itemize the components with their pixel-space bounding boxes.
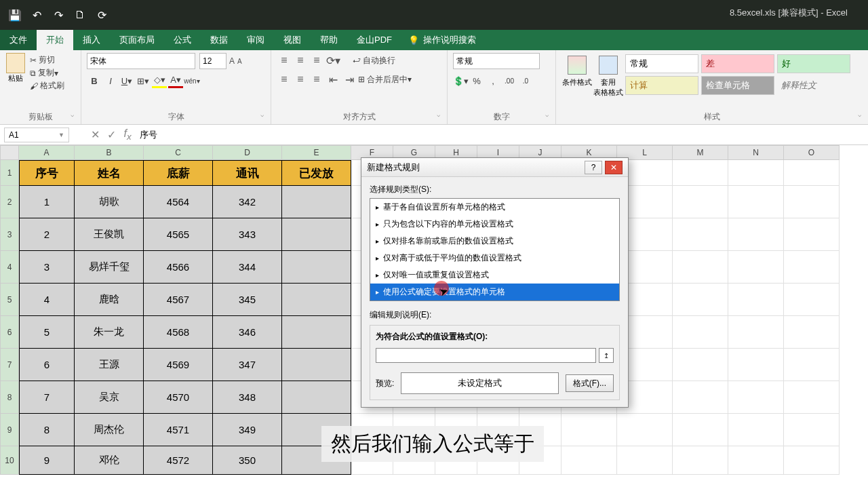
cell[interactable] — [728, 316, 784, 349]
tab-home[interactable]: 开始 — [37, 30, 73, 50]
rule-type-item[interactable]: 仅对高于或低于平均值的数值设置格式 — [370, 250, 619, 267]
cell[interactable]: 已发放 — [282, 160, 351, 186]
qat-refresh[interactable]: ⟳ — [92, 5, 111, 24]
rule-type-item[interactable]: 使用公式确定要设置格式的单元格 — [370, 284, 619, 300]
cell[interactable]: 2 — [19, 218, 75, 251]
cell[interactable]: 4571 — [144, 414, 213, 446]
range-selector-button[interactable]: ↥ — [599, 348, 614, 363]
cell[interactable] — [673, 381, 728, 414]
row-header[interactable]: 9 — [0, 414, 19, 446]
increase-font-icon[interactable]: A — [229, 56, 235, 66]
cell[interactable]: 6 — [19, 349, 75, 381]
align-right-icon[interactable]: ≡ — [309, 72, 324, 87]
cell[interactable] — [728, 218, 784, 251]
cell[interactable]: 鹿晗 — [75, 284, 144, 316]
merge-button[interactable]: ⊞ 合并后居中 ▾ — [358, 74, 412, 85]
cell[interactable] — [673, 251, 728, 284]
cell[interactable]: 4572 — [144, 446, 213, 475]
cell[interactable] — [784, 160, 840, 186]
row-header[interactable]: 4 — [0, 251, 19, 284]
cell[interactable]: 序号 — [19, 160, 75, 186]
cell[interactable]: 7 — [19, 381, 75, 414]
tab-insert[interactable]: 插入 — [73, 30, 110, 50]
cell[interactable]: 周杰伦 — [75, 414, 144, 446]
column-header[interactable]: A — [19, 145, 75, 160]
wrap-text-button[interactable]: ⮐ 自动换行 — [353, 55, 395, 66]
cell[interactable] — [784, 316, 840, 349]
cell[interactable] — [282, 218, 351, 251]
dialog-titlebar[interactable]: 新建格式规则 ? ✕ — [361, 158, 628, 177]
cell[interactable]: 吴京 — [75, 381, 144, 414]
tab-data[interactable]: 数据 — [201, 30, 237, 50]
column-header[interactable]: M — [673, 145, 728, 160]
tab-help[interactable]: 帮助 — [311, 30, 347, 50]
cell[interactable]: 4570 — [144, 381, 213, 414]
conditional-format-button[interactable]: 条件格式 — [561, 53, 593, 98]
cell[interactable]: 王源 — [75, 349, 144, 381]
font-name-select[interactable] — [87, 53, 195, 69]
percent-icon[interactable]: % — [469, 73, 484, 88]
cell[interactable] — [282, 186, 351, 218]
cell[interactable] — [617, 414, 673, 446]
cell[interactable] — [673, 349, 728, 381]
cell[interactable] — [617, 446, 673, 475]
tell-me-search[interactable]: 💡 操作说明搜索 — [408, 30, 476, 50]
cell[interactable]: 4567 — [144, 284, 213, 316]
phonetic-button[interactable]: wén▾ — [184, 73, 199, 88]
row-header[interactable]: 5 — [0, 284, 19, 316]
cell[interactable]: 350 — [213, 446, 282, 475]
cell[interactable]: 347 — [213, 349, 282, 381]
align-bottom-icon[interactable]: ≡ — [309, 53, 324, 68]
align-center-icon[interactable]: ≡ — [293, 72, 308, 87]
fill-color-button[interactable]: ◇▾ — [152, 73, 167, 88]
bold-button[interactable]: B — [87, 73, 102, 88]
align-left-icon[interactable]: ≡ — [277, 72, 292, 87]
row-header[interactable]: 7 — [0, 349, 19, 381]
format-painter-button[interactable]: 🖌格式刷 — [30, 80, 64, 92]
cell[interactable]: 通讯 — [213, 160, 282, 186]
cell[interactable] — [784, 284, 840, 316]
row-header[interactable]: 1 — [0, 160, 19, 186]
italic-button[interactable]: I — [103, 73, 118, 88]
underline-button[interactable]: U▾ — [119, 73, 134, 88]
cell[interactable] — [673, 186, 728, 218]
cell[interactable] — [728, 186, 784, 218]
cell[interactable]: 346 — [213, 316, 282, 349]
cell[interactable]: 4565 — [144, 218, 213, 251]
cell[interactable] — [673, 160, 728, 186]
cell[interactable]: 344 — [213, 251, 282, 284]
cell[interactable] — [728, 160, 784, 186]
cell[interactable] — [673, 446, 728, 475]
column-header[interactable]: D — [213, 145, 282, 160]
font-color-button[interactable]: A▾ — [168, 73, 183, 88]
cell[interactable] — [673, 218, 728, 251]
cell[interactable]: 342 — [213, 186, 282, 218]
number-format-select[interactable] — [453, 53, 540, 69]
inc-decimal-icon[interactable]: .00 — [502, 73, 517, 88]
column-header[interactable]: N — [728, 145, 784, 160]
comma-icon[interactable]: , — [486, 73, 500, 88]
font-size-select[interactable] — [199, 53, 226, 69]
cell[interactable] — [282, 349, 351, 381]
cell[interactable]: 5 — [19, 316, 75, 349]
rule-type-item[interactable]: 只为包含以下内容的单元格设置格式 — [370, 216, 619, 233]
cell[interactable] — [728, 284, 784, 316]
cell[interactable]: 胡歌 — [75, 186, 144, 218]
column-header[interactable]: E — [282, 145, 351, 160]
indent-inc-icon[interactable]: ⇥ — [342, 72, 357, 87]
tab-view[interactable]: 视图 — [274, 30, 311, 50]
cell[interactable] — [784, 381, 840, 414]
formula-input[interactable] — [136, 128, 868, 142]
style-bad[interactable]: 差 — [701, 54, 774, 73]
row-header[interactable]: 2 — [0, 186, 19, 218]
cell[interactable]: 朱一龙 — [75, 316, 144, 349]
dec-decimal-icon[interactable]: .0 — [518, 73, 533, 88]
tab-review[interactable]: 审阅 — [237, 30, 274, 50]
fx-icon[interactable]: fx — [119, 128, 136, 142]
paste-button[interactable]: 粘贴 — [5, 53, 26, 88]
row-header[interactable]: 3 — [0, 218, 19, 251]
cell[interactable] — [282, 251, 351, 284]
cancel-formula-icon[interactable]: ✕ — [87, 128, 103, 142]
qat-undo[interactable]: ↶ — [27, 5, 46, 24]
style-check[interactable]: 检查单元格 — [701, 76, 774, 95]
